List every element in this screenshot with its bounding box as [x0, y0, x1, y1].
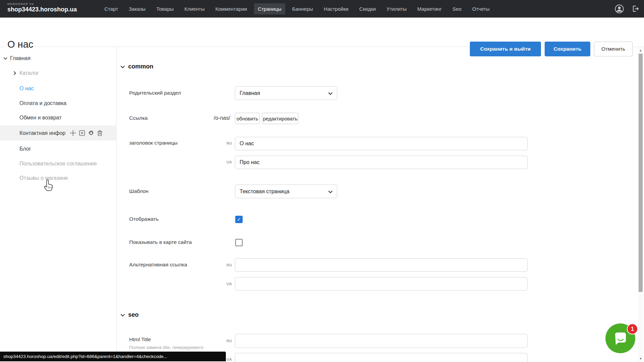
select-value: Главная [240, 90, 328, 96]
scroll-down-icon[interactable]: ▼ [638, 356, 643, 361]
tree-item-label: Оплата и доставка [19, 100, 66, 106]
select-value: Текстовая страница [240, 189, 328, 195]
nav-item-start[interactable]: Старт [101, 3, 122, 14]
tree-item-kontaktnaya[interactable]: Контактная инфор [0, 125, 117, 141]
page-title: О нас [7, 39, 33, 50]
section-common[interactable]: common [120, 63, 153, 70]
nav-item-marketing[interactable]: Маркетинг [413, 3, 445, 14]
chat-unread-badge: 1 [627, 323, 638, 334]
account-icon[interactable] [615, 4, 624, 13]
link-label: Ссылка [129, 115, 148, 121]
vertical-scrollbar[interactable]: ▲ ▼ [638, 47, 643, 362]
chevron-down-icon [120, 311, 125, 318]
save-exit-button[interactable]: Сохранить и выйти [470, 42, 541, 56]
settings-gear-icon[interactable] [88, 130, 94, 136]
pages-tree-sidebar: Главная Каталог О нас Оплата и доставка … [0, 47, 117, 362]
tree-item-actions [70, 130, 102, 136]
chat-bubble-icon [613, 331, 628, 346]
template-label: Шаблон [129, 188, 148, 194]
alt-link-ru-input[interactable] [235, 258, 528, 272]
nav-item-pages[interactable]: Страницы [254, 3, 285, 14]
check-icon: ✓ [237, 216, 241, 222]
tree-item-glavnaya[interactable]: Главная [0, 52, 117, 64]
tree-item-label: Каталог [19, 70, 39, 76]
lang-badge-ua: UA [222, 160, 232, 164]
chevron-down-icon [328, 189, 333, 195]
html-title-note: Полная замена title, генерируемого [129, 345, 203, 350]
sitemap-checkbox[interactable] [235, 239, 243, 246]
nav-item-reports[interactable]: Отчеты [468, 3, 493, 14]
html-title-label: Html Title [129, 337, 151, 343]
status-url-tooltip: shop34423.horoshop.ua/edit/edit.php?id=6… [0, 352, 226, 361]
topbar: HOROSHOP V4 shop34423.horoshop.ua Старт … [0, 0, 644, 17]
lang-badge-ru: RU [222, 339, 232, 343]
chevron-down-icon [328, 90, 333, 96]
alt-link-label: Альтернативная ссылка [129, 262, 187, 268]
parent-section-select[interactable]: Главная [235, 86, 337, 100]
alt-link-ua-input[interactable] [235, 277, 528, 291]
page: HOROSHOP V4 shop34423.horoshop.ua Старт … [0, 0, 644, 362]
section-title: common [128, 63, 153, 70]
tree-item-label: Пользовательское соглашение [19, 161, 97, 167]
page-title-ru-input[interactable] [235, 137, 528, 150]
lang-badge-ru: RU [222, 141, 232, 145]
tree-item-label: Обмен и возврат [19, 115, 61, 121]
tree-item-blog[interactable]: Блог [0, 143, 117, 155]
display-label: Отображать [129, 216, 159, 222]
tree-item-label: Блог [19, 146, 31, 152]
nav-item-clients[interactable]: Клиенты [181, 3, 208, 14]
tree-item-label: Главная [10, 55, 31, 61]
tree-item-oplata[interactable]: Оплата и доставка [0, 97, 117, 109]
delete-trash-icon[interactable] [97, 130, 102, 136]
nav-item-seo[interactable]: Seo [449, 3, 465, 14]
html-title-ru-input[interactable] [235, 334, 528, 348]
sitemap-label: Показывать в карте сайта [129, 239, 192, 245]
nav-item-banners[interactable]: Баннеры [289, 3, 317, 14]
chevron-right-icon[interactable] [11, 71, 18, 75]
lang-badge-ua: UA [222, 282, 232, 286]
lang-badge-ru: RU [222, 263, 232, 267]
save-button[interactable]: Сохранить [545, 42, 590, 56]
html-title-ua-input[interactable] [235, 353, 528, 362]
logout-icon[interactable] [631, 5, 639, 13]
logo[interactable]: HOROSHOP V4 shop34423.horoshop.ua [7, 2, 77, 13]
link-edit-button[interactable]: редактировать [262, 113, 298, 124]
tree-item-label: О нас [19, 86, 34, 92]
scrollbar-thumb[interactable] [639, 54, 643, 292]
logo-domain: shop34423.horoshop.ua [7, 6, 77, 13]
move-icon[interactable] [70, 130, 76, 136]
nav-item-comments[interactable]: Комментарии [212, 3, 251, 14]
link-path-value: /o-nas/ [214, 115, 230, 121]
chevron-down-icon[interactable] [2, 57, 9, 60]
link-update-button[interactable]: обновить [235, 113, 260, 124]
parent-section-label: Родительский раздел [129, 90, 181, 96]
add-page-icon[interactable] [79, 130, 85, 136]
topbar-icons [615, 0, 639, 17]
section-title: seo [128, 311, 139, 318]
display-checkbox[interactable]: ✓ [235, 216, 243, 223]
nav-item-orders[interactable]: Заказы [125, 3, 149, 14]
tree-item-soglashenie[interactable]: Пользовательское соглашение [0, 158, 117, 170]
scroll-up-icon[interactable]: ▲ [638, 48, 643, 53]
nav-item-products[interactable]: Товары [153, 3, 178, 14]
cancel-button[interactable]: Отменить [594, 42, 633, 56]
tree-item-katalog[interactable]: Каталог [0, 67, 117, 79]
tree-item-otzyvy[interactable]: Отзывы о магазине [0, 172, 117, 184]
top-navigation: Старт Заказы Товары Клиенты Комментарии … [101, 0, 493, 17]
template-select[interactable]: Текстовая страница [235, 185, 337, 198]
logo-version-label: HOROSHOP V4 [7, 2, 77, 6]
tree-item-obmen[interactable]: Обмен и возврат [0, 112, 117, 124]
tree-item-o-nas[interactable]: О нас [0, 83, 117, 95]
page-header: О нас Сохранить и выйти Сохранить Отмени… [0, 17, 644, 47]
chevron-down-icon [120, 63, 125, 70]
nav-item-utilities[interactable]: Утилиты [383, 3, 410, 14]
page-title-ua-input[interactable] [235, 156, 528, 169]
page-title-field-label: заголовок страницы [129, 140, 178, 146]
tree-item-label: Контактная инфор [19, 130, 65, 136]
tree-item-label: Отзывы о магазине [19, 175, 68, 181]
section-seo[interactable]: seo [120, 311, 139, 318]
page-edit-form: common Родительский раздел Главная Ссылк… [117, 47, 638, 362]
nav-item-discounts[interactable]: Скидки [355, 3, 379, 14]
nav-item-settings[interactable]: Настройки [320, 3, 352, 14]
